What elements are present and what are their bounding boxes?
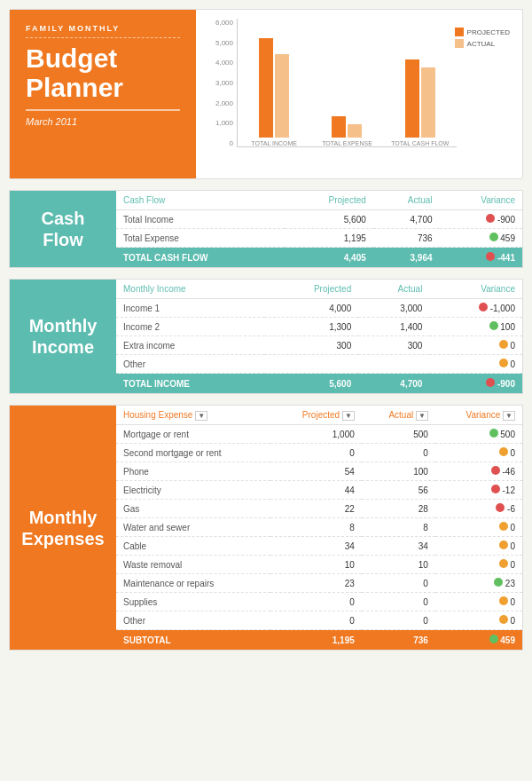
bar-income-actual [275, 54, 289, 138]
row-projected: 54 [270, 462, 362, 481]
row-actual: 0 [362, 444, 435, 462]
total-actual: 3,964 [373, 248, 440, 268]
row-label: Phone [116, 462, 270, 481]
table-row: Second mortgage or rent 0 0 0 [116, 444, 522, 462]
mi-header-category: Monthly Income [116, 280, 264, 299]
family-monthly-label: FAMILY MONTHLY [26, 24, 180, 38]
chart-group-expense: TOTAL EXPENSE [310, 116, 383, 146]
row-variance: 100 [429, 318, 522, 336]
bar-expense-projected [332, 116, 346, 138]
cf-header-variance: Variance [440, 191, 522, 210]
bar-income-projected [259, 38, 273, 138]
total-projected: 1,195 [270, 630, 362, 651]
me-header-category[interactable]: Housing Expense ▼ [116, 406, 270, 425]
row-label: Supplies [116, 593, 270, 611]
total-row: TOTAL CASH FLOW 4,405 3,964 -441 [116, 248, 522, 268]
row-projected [264, 355, 359, 374]
monthly-income-section: Monthly Income Monthly Income Projected … [9, 279, 523, 394]
row-actual: 1,400 [358, 318, 429, 336]
row-label: Second mortgage or rent [116, 444, 270, 462]
status-dot [486, 214, 495, 223]
status-dot [494, 578, 503, 587]
projected-dropdown-arrow[interactable]: ▼ [342, 411, 355, 421]
total-variance: -900 [429, 374, 522, 394]
row-label: Total Expense [116, 229, 285, 248]
category-dropdown-arrow[interactable]: ▼ [195, 411, 207, 421]
total-projected: 4,405 [285, 248, 372, 268]
row-label: Water and sewer [116, 518, 270, 537]
row-label: Income 2 [116, 318, 264, 336]
row-variance: 459 [440, 229, 522, 248]
status-dot [499, 447, 508, 456]
row-variance: -6 [435, 500, 522, 518]
y-label-4000: 4,000 [215, 59, 233, 67]
row-variance: 0 [435, 611, 522, 630]
budget-title: Budget Planner [26, 43, 180, 102]
table-row: Mortgage or rent 1,000 500 500 [116, 425, 522, 444]
cash-flow-label: Cash Flow [10, 191, 116, 267]
row-projected: 44 [270, 481, 362, 500]
cash-flow-section: Cash Flow Cash Flow Projected Actual Var… [9, 190, 523, 268]
status-dot [499, 540, 508, 549]
row-actual: 34 [362, 537, 435, 556]
me-header-variance[interactable]: Variance ▼ [435, 406, 522, 425]
row-actual: 736 [373, 229, 440, 248]
row-label: Cable [116, 537, 270, 556]
table-row: Electricity 44 56 -12 [116, 481, 522, 500]
mi-header-variance: Variance [429, 280, 522, 299]
budget-title-line1: Budget [26, 43, 117, 73]
table-row: Supplies 0 0 0 [116, 593, 522, 611]
status-dot [499, 559, 508, 568]
status-dot [499, 615, 508, 624]
row-projected: 0 [270, 593, 362, 611]
status-dot [499, 340, 508, 349]
row-projected: 0 [270, 444, 362, 462]
actual-dropdown-arrow[interactable]: ▼ [416, 411, 428, 421]
chart-group-income: TOTAL INCOME [238, 38, 310, 146]
chart-y-axis: 6,000 5,000 4,000 3,000 2,000 1,000 0 [208, 19, 237, 147]
row-variance: 500 [435, 425, 522, 444]
row-actual: 10 [362, 556, 435, 574]
row-actual: 56 [362, 481, 435, 500]
table-row: Cable 34 34 0 [116, 537, 522, 556]
status-dot [486, 252, 495, 261]
bar-cashflow-projected [405, 59, 419, 138]
mi-header-projected: Projected [264, 280, 359, 299]
row-label: Extra income [116, 336, 264, 355]
row-label: Mortgage or rent [116, 425, 270, 444]
me-header-projected[interactable]: Projected ▼ [270, 406, 362, 425]
chart-label-cashflow: TOTAL CASH FLOW [391, 140, 449, 146]
y-label-6000: 6,000 [215, 19, 233, 27]
y-label-0: 0 [230, 139, 233, 147]
status-dot [491, 485, 500, 493]
header-date: March 2011 [26, 116, 180, 127]
row-projected: 8 [270, 518, 362, 537]
cash-flow-table: Cash Flow Projected Actual Variance Tota… [116, 191, 522, 267]
total-label: TOTAL CASH FLOW [116, 248, 285, 268]
monthly-expenses-title: Monthly Expenses [21, 507, 104, 549]
status-dot [489, 233, 498, 241]
total-actual: 736 [362, 630, 435, 651]
row-label: Other [116, 611, 270, 630]
row-variance: -12 [435, 481, 522, 500]
chart-bars-expense [332, 116, 362, 138]
row-label: Other [116, 355, 264, 374]
row-actual: 0 [362, 611, 435, 630]
monthly-expenses-content: Housing Expense ▼ Projected ▼ Actual ▼ V… [116, 406, 522, 650]
row-variance: 0 [435, 444, 522, 462]
legend-dot-projected [455, 28, 464, 36]
legend-dot-actual [455, 39, 464, 48]
chart-label-income: TOTAL INCOME [251, 140, 297, 146]
table-row: Other 0 [116, 355, 522, 374]
bar-expense-actual [348, 124, 362, 138]
table-row: Income 2 1,300 1,400 100 [116, 318, 522, 336]
me-header-actual[interactable]: Actual ▼ [362, 406, 435, 425]
variance-dropdown-arrow[interactable]: ▼ [503, 411, 515, 421]
row-actual: 28 [362, 500, 435, 518]
row-variance: 23 [435, 574, 522, 593]
legend-actual-label: ACTUAL [467, 40, 496, 48]
monthly-expenses-label: Monthly Expenses [10, 406, 116, 650]
total-actual: 4,700 [358, 374, 429, 394]
chart-bars-cashflow [405, 59, 435, 138]
y-label-1000: 1,000 [215, 119, 233, 127]
